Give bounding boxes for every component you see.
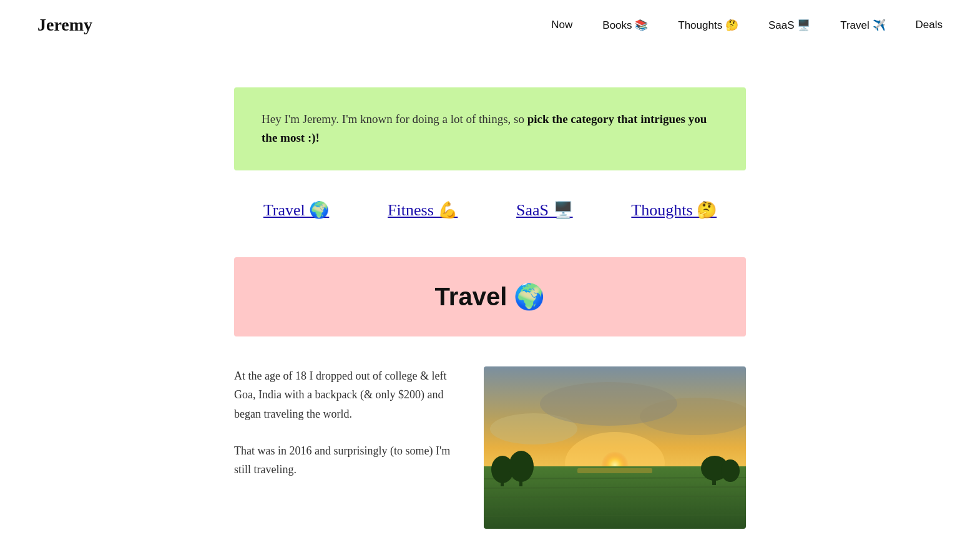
svg-point-15 xyxy=(721,459,740,482)
nav-link-deals[interactable]: Deals xyxy=(916,19,943,31)
intro-box: Hey I'm Jeremy. I'm known for doing a lo… xyxy=(234,87,746,170)
travel-banner: Travel 🌍 xyxy=(234,257,746,336)
nav-item-thoughts[interactable]: Thoughts 🤔 xyxy=(678,19,738,32)
travel-text: At the age of 18 I dropped out of colleg… xyxy=(234,366,459,497)
travel-paragraph-2: That was in 2016 and surprisingly (to so… xyxy=(234,441,459,479)
travel-image xyxy=(484,366,746,529)
category-links: Travel 🌍 Fitness 💪 SaaS 🖥️ Thoughts 🤔 xyxy=(234,200,746,220)
travel-content: At the age of 18 I dropped out of colleg… xyxy=(234,366,746,529)
svg-rect-18 xyxy=(712,478,716,485)
category-link-saas[interactable]: SaaS 🖥️ xyxy=(516,200,573,220)
intro-bold: pick the category that intrigues you the… xyxy=(262,112,707,144)
category-link-thoughts[interactable]: Thoughts 🤔 xyxy=(631,200,717,220)
category-link-travel[interactable]: Travel 🌍 xyxy=(263,200,329,220)
navigation: Jeremy Now Books 📚 Thoughts 🤔 SaaS 🖥️ Tr… xyxy=(0,0,980,50)
travel-paragraph-1: At the age of 18 I dropped out of colleg… xyxy=(234,366,459,424)
nav-links: Now Books 📚 Thoughts 🤔 SaaS 🖥️ Travel ✈️… xyxy=(551,19,943,32)
nav-link-thoughts[interactable]: Thoughts 🤔 xyxy=(678,19,738,31)
nav-item-books[interactable]: Books 📚 xyxy=(602,19,648,32)
nav-link-travel[interactable]: Travel ✈️ xyxy=(840,19,885,31)
intro-text: Hey I'm Jeremy. I'm known for doing a lo… xyxy=(262,112,707,144)
svg-rect-19 xyxy=(577,468,652,473)
svg-rect-17 xyxy=(519,478,522,486)
svg-point-5 xyxy=(540,382,677,426)
category-link-fitness[interactable]: Fitness 💪 xyxy=(388,200,458,220)
travel-banner-title: Travel 🌍 xyxy=(259,282,721,312)
nav-item-now[interactable]: Now xyxy=(551,19,572,31)
site-logo[interactable]: Jeremy xyxy=(37,15,92,35)
nav-item-travel[interactable]: Travel ✈️ xyxy=(840,19,885,32)
svg-rect-16 xyxy=(501,479,504,486)
travel-sunset-svg xyxy=(484,366,746,529)
nav-link-now[interactable]: Now xyxy=(551,19,572,31)
svg-point-13 xyxy=(509,451,534,482)
nav-item-saas[interactable]: SaaS 🖥️ xyxy=(768,19,810,32)
nav-link-saas[interactable]: SaaS 🖥️ xyxy=(768,19,810,31)
nav-item-deals[interactable]: Deals xyxy=(916,19,943,31)
nav-link-books[interactable]: Books 📚 xyxy=(602,19,648,31)
main-content: Hey I'm Jeremy. I'm known for doing a lo… xyxy=(209,87,771,529)
